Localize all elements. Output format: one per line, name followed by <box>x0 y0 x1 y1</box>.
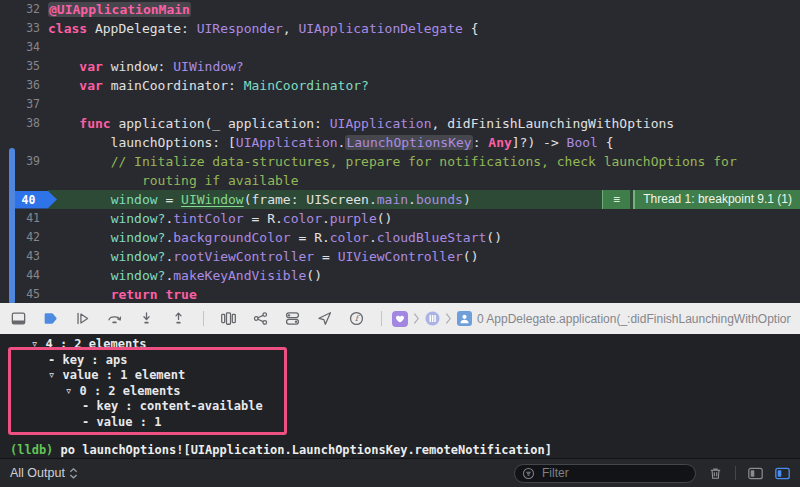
show-variables-view-button[interactable] <box>748 467 763 480</box>
debug-breadcrumb[interactable]: 0 AppDelegate.application(_:didFinishLau… <box>392 311 791 327</box>
step-over-button[interactable] <box>105 309 124 328</box>
step-into-button[interactable] <box>137 309 156 328</box>
hide-debug-area-icon <box>10 310 27 327</box>
code-text: class AppDelegate: UIResponder, UIApplic… <box>48 19 800 38</box>
left-pane-icon <box>748 467 763 480</box>
code-line-39: 39 // Initalize data-structures, prepare… <box>0 152 800 171</box>
line-number[interactable]: 43 <box>26 247 40 266</box>
svg-text:f: f <box>355 314 360 323</box>
filter-icon <box>522 467 535 480</box>
thread-badge-label: Thread 1: breakpoint 9.1 (1) <box>633 190 800 209</box>
line-number[interactable]: 37 <box>26 95 40 114</box>
environment-overrides-button[interactable] <box>283 309 302 328</box>
breakpoint-arrow[interactable]: 40 <box>10 191 57 209</box>
line-number-gutter[interactable]: 35 <box>0 57 48 76</box>
view-hierarchy-icon <box>220 310 237 327</box>
line-number-gutter[interactable]: 41 <box>0 209 48 228</box>
lldb-command-line[interactable]: (lldb) po launchOptions![UIApplication.L… <box>0 443 800 458</box>
stack-frame-icon[interactable] <box>457 311 472 326</box>
hide-debug-area-button[interactable] <box>9 309 28 328</box>
console-filter-field[interactable] <box>514 464 696 483</box>
code-line-wrap: routing if available <box>0 171 800 190</box>
code-line-34: 34 <box>0 38 800 57</box>
line-number-gutter[interactable]: 42 <box>0 228 48 247</box>
output-scope-selector[interactable]: All Output <box>10 466 78 480</box>
console-bottom-bar: All Output <box>0 458 800 487</box>
view-hierarchy-button[interactable] <box>219 309 238 328</box>
code-line-33: 33class AppDelegate: UIResponder, UIAppl… <box>0 19 800 38</box>
source-change-bar <box>9 148 15 303</box>
app-icon[interactable] <box>392 311 408 327</box>
thread-breakpoint-badge[interactable]: ≡Thread 1: breakpoint 9.1 (1) <box>602 190 800 209</box>
code-text: @UIApplicationMain <box>48 0 800 19</box>
variable-row: ▿ 0 : 2 elements <box>0 384 800 400</box>
line-number[interactable]: 45 <box>26 285 40 303</box>
line-number-gutter[interactable] <box>0 133 48 152</box>
code-text: var mainCoordinator: MainCoordinator? <box>48 76 800 95</box>
circle-f-button[interactable]: f <box>347 309 366 328</box>
line-number[interactable]: 32 <box>26 0 40 19</box>
code-text: var window: UIWindow? <box>48 57 800 76</box>
editor-lines: 32@UIApplicationMain33class AppDelegate:… <box>0 0 800 303</box>
code-line-40: 40 window = UIWindow(frame: UIScreen.mai… <box>0 190 800 209</box>
show-console-view-button[interactable] <box>775 467 790 480</box>
lldb-command-text: po launchOptions![UIApplication.LaunchOp… <box>61 443 552 457</box>
code-text: window?.tintColor = R.color.purple() <box>48 209 800 228</box>
line-number-gutter[interactable]: 37 <box>0 95 48 114</box>
line-number-gutter[interactable] <box>0 171 48 190</box>
debug-toolbar-buttons: f <box>9 309 384 328</box>
toolbar-divider <box>381 311 382 326</box>
debug-console[interactable]: ▿ 4 : 2 elements- key : aps▿ value : 1 e… <box>0 334 800 458</box>
line-number-gutter[interactable]: 36 <box>0 76 48 95</box>
trash-icon <box>708 466 723 481</box>
chevron-right-icon <box>445 312 452 325</box>
line-number[interactable]: 41 <box>26 209 40 228</box>
code-text: launchOptions: [UIApplication.LaunchOpti… <box>48 133 800 152</box>
lldb-command <box>53 443 60 457</box>
line-number[interactable]: 33 <box>26 19 40 38</box>
line-number-gutter[interactable]: 38 <box>0 114 48 133</box>
breakpoint-gutter[interactable]: 40 <box>0 190 48 209</box>
line-number[interactable]: 38 <box>26 114 40 133</box>
debug-toolbar: f 0 AppDelegate.application(_:didFinishL… <box>0 303 800 334</box>
code-editor[interactable]: 32@UIApplicationMain33class AppDelegate:… <box>0 0 800 303</box>
code-text: // Initalize data-structures, prepare fo… <box>48 152 800 171</box>
code-line-41: 41 window?.tintColor = R.color.purple() <box>0 209 800 228</box>
line-number-gutter[interactable]: 39 <box>0 152 48 171</box>
step-into-icon <box>138 310 155 327</box>
clear-console-button[interactable] <box>708 466 723 481</box>
line-number-gutter[interactable]: 33 <box>0 19 48 38</box>
line-number[interactable]: 36 <box>26 76 40 95</box>
step-out-button[interactable] <box>169 309 188 328</box>
lldb-prompt: (lldb) <box>10 443 53 457</box>
xcode-debug-window: 32@UIApplicationMain33class AppDelegate:… <box>0 0 800 487</box>
line-number-gutter[interactable]: 45 <box>0 285 48 303</box>
thread-icon[interactable] <box>425 311 440 326</box>
code-text <box>48 38 800 57</box>
code-line-wrap: launchOptions: [UIApplication.LaunchOpti… <box>0 133 800 152</box>
code-line-36: 36 var mainCoordinator: MainCoordinator? <box>0 76 800 95</box>
filter-input[interactable] <box>540 465 688 481</box>
code-line-44: 44 window?.makeKeyAndVisible() <box>0 266 800 285</box>
code-line-37: 37 <box>0 95 800 114</box>
stack-frame-label[interactable]: 0 AppDelegate.application(_:didFinishLau… <box>477 312 791 326</box>
line-number[interactable]: 42 <box>26 228 40 247</box>
line-number-gutter[interactable]: 44 <box>0 266 48 285</box>
memory-graph-button[interactable] <box>251 309 270 328</box>
step-over-icon <box>106 310 123 327</box>
line-number[interactable]: 35 <box>26 57 40 76</box>
line-number-gutter[interactable]: 34 <box>0 38 48 57</box>
variable-row: ▿ 4 : 2 elements <box>0 337 800 353</box>
output-scope-label: All Output <box>10 466 65 480</box>
line-number[interactable]: 39 <box>26 152 40 171</box>
line-number-gutter[interactable]: 43 <box>0 247 48 266</box>
line-number[interactable]: 44 <box>26 266 40 285</box>
simulate-location-icon <box>316 310 333 327</box>
simulate-location-button[interactable] <box>315 309 334 328</box>
breakpoints-toggle-icon <box>42 310 59 327</box>
continue-button[interactable] <box>73 309 92 328</box>
line-number-gutter[interactable]: 32 <box>0 0 48 19</box>
chevron-right-icon <box>413 312 420 325</box>
breakpoints-toggle-button[interactable] <box>41 309 60 328</box>
line-number[interactable]: 34 <box>26 38 40 57</box>
